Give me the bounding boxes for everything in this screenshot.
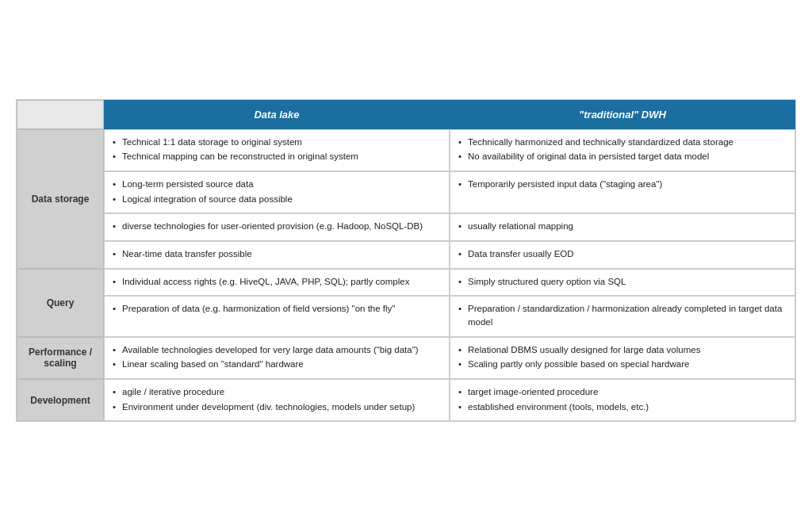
row-label-2: Performance / scaling: [17, 337, 104, 379]
lake-cell-0-0: Technical 1:1 data storage to original s…: [104, 129, 450, 171]
row-label-3: Development: [17, 379, 104, 421]
lake-cell-0-3: Near-time data transfer possible: [104, 241, 450, 269]
header-cell-col2: "traditional" DWH: [450, 100, 795, 129]
list-item: Simply structured query option via SQL: [458, 275, 787, 289]
list-item: Temporarily persisted input data ("stagi…: [458, 178, 787, 191]
lake-cell-2-0: Available technologies developed for ver…: [104, 337, 450, 379]
dwh-cell-1-0: Simply structured query option via SQL: [450, 269, 795, 297]
list-item: Individual access rights (e.g. HiveQL, J…: [113, 275, 441, 289]
list-item: Technical mapping can be reconstructed i…: [113, 150, 441, 163]
list-item: usually relational mapping: [458, 220, 787, 233]
dwh-cell-0-2: usually relational mapping: [450, 213, 795, 241]
lake-cell-3-0: agile / iterative procedureEnvironment u…: [104, 379, 450, 421]
list-item: Near-time data transfer possible: [113, 247, 441, 261]
list-item: Available technologies developed for ver…: [113, 343, 441, 357]
list-item: Technically harmonized and technically s…: [458, 136, 787, 149]
list-item: Logical integration of source data possi…: [113, 193, 441, 206]
header-empty: [17, 100, 104, 129]
list-item: Scaling partly only possible based on sp…: [458, 358, 787, 371]
dwh-cell-0-3: Data transfer usually EOD: [450, 241, 795, 269]
list-item: Technical 1:1 data storage to original s…: [113, 136, 441, 149]
lake-cell-1-1: Preparation of data (e.g. harmonization …: [104, 296, 450, 336]
lake-cell-0-2: diverse technologies for user-oriented p…: [104, 213, 450, 241]
dwh-cell-1-1: Preparation / standardization / harmoniz…: [450, 296, 795, 336]
list-item: Preparation of data (e.g. harmonization …: [113, 302, 441, 316]
dwh-cell-0-1: Temporarily persisted input data ("stagi…: [450, 171, 795, 213]
list-item: agile / iterative procedure: [113, 385, 441, 399]
list-item: No availability of original data in pers…: [458, 150, 787, 163]
list-item: target image-oriented procedure: [458, 385, 787, 399]
list-item: diverse technologies for user-oriented p…: [113, 220, 441, 233]
dwh-cell-3-0: target image-oriented procedureestablish…: [450, 379, 795, 421]
list-item: established environment (tools, models, …: [458, 400, 787, 414]
header-cell-col1: Data lake: [104, 100, 450, 129]
row-label-0: Data storage: [17, 129, 104, 269]
list-item: Environment under development (div. tech…: [113, 400, 441, 414]
list-item: Data transfer usually EOD: [458, 247, 787, 261]
list-item: Preparation / standardization / harmoniz…: [458, 302, 787, 328]
dwh-cell-2-0: Relational DBMS usually designed for lar…: [450, 337, 795, 379]
dwh-cell-0-0: Technically harmonized and technically s…: [450, 129, 795, 171]
row-label-1: Query: [17, 269, 104, 337]
lake-cell-1-0: Individual access rights (e.g. HiveQL, J…: [104, 269, 450, 297]
list-item: Linear scaling based on "standard" hardw…: [113, 358, 441, 371]
list-item: Long-term persisted source data: [113, 178, 441, 191]
list-item: Relational DBMS usually designed for lar…: [458, 343, 787, 357]
comparison-table: Data lake"traditional" DWHData storageTe…: [16, 99, 796, 423]
lake-cell-0-1: Long-term persisted source dataLogical i…: [104, 171, 450, 213]
